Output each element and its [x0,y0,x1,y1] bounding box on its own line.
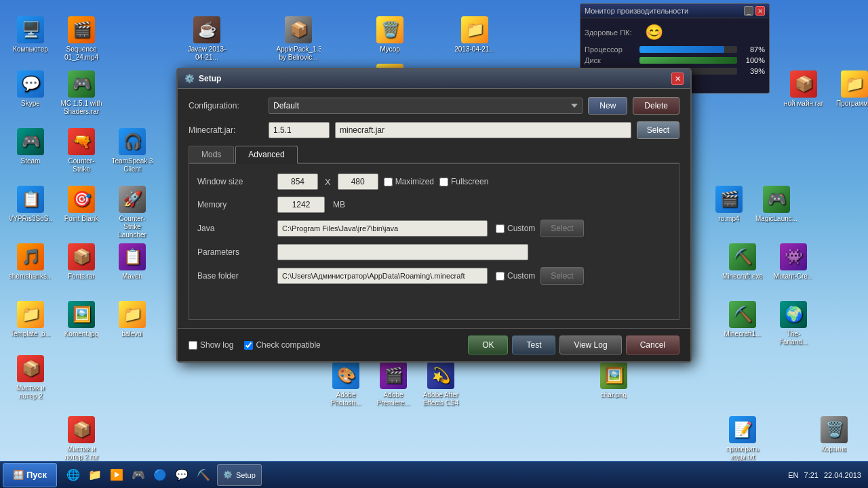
perf-cpu-fill [639,46,724,53]
base-folder-input[interactable] [277,268,488,284]
java-custom-checkbox[interactable] [496,224,505,233]
desktop-icon-cslauncher[interactable]: 🚀Counter-Strike Launcher [108,183,156,242]
base-folder-row: Base folder Custom Select [197,267,671,285]
desktop-icon-mutantcre[interactable]: 👾Mutant-Cre... [770,241,817,283]
config-select[interactable]: Default [269,98,583,114]
cslauncher-icon: 🚀 [119,186,146,213]
java-row: Java Custom Select [197,220,671,237]
template-icon: 📁 [17,301,44,328]
desktop-icon-provcheck[interactable]: 📝проверить коды.txt [719,413,766,464]
desktop-icon-mistinik[interactable]: 📦Мистик и лотер 2.rar [58,413,105,464]
desktop-icon-mycop[interactable]: 🗑️Мусор [366,14,414,56]
taskbar-skype-icon[interactable]: 💬 [172,466,191,485]
desktop-icon-mc15[interactable]: 🎮MC 1.5.1 with Shaders.rar [58,68,105,119]
java-path-input[interactable] [277,220,488,237]
desktop-icon-mistinik2[interactable]: 📦Мистик и лотер 2 [7,352,54,403]
width-input[interactable] [277,174,318,190]
desktop-icon-fonts[interactable]: 📦Fonts.rar [58,241,105,283]
teamspeak-icon: 🎧 [119,128,146,155]
desktop-icon-steam[interactable]: 🎮Steam [7,125,54,168]
viewlog-button[interactable]: View Log [559,336,621,354]
taskbar-media-icon[interactable]: ▶️ [107,466,126,485]
test-button[interactable]: Test [512,336,555,354]
desktop-icon-charpng[interactable]: 🖼️char.png [590,359,637,402]
maven-icon: 📋 [119,243,146,270]
dialog-icon: ⚙️ [184,74,195,83]
jar-version-input[interactable] [269,122,330,138]
ok-button[interactable]: OK [468,336,508,354]
desktop-icon-koment[interactable]: 🖼️Koment.jpg [58,298,105,341]
delete-button[interactable]: Delete [633,97,679,115]
perf-close-btn[interactable]: ✕ [755,6,765,16]
new-button[interactable]: New [588,97,627,115]
desktop-icon-vypris3sos[interactable]: 📋VYPRis3SoS... [7,183,54,226]
desktop-icon-programmy[interactable]: 📁Программы [831,68,868,110]
desktop-icon-minecraftexe[interactable]: ⛏️Minecraft.exe [719,241,766,283]
desktop-icon-computer[interactable]: 🖥️Компьютер [7,14,54,56]
desktop-icon-thefarland[interactable]: 🌍The-Farland... [770,298,817,349]
jar-filename-input[interactable] [335,122,631,138]
desktop-icon-adobe_ps[interactable]: 🎨Adobe Photosh... [322,359,370,410]
start-button[interactable]: 🪟 Пуск [3,463,57,487]
taskbar-open-setup[interactable]: ⚙️ Setup [217,464,262,486]
desktop-icon-minecraft1[interactable]: ⛏️Minecraft1... [719,298,766,341]
taskbar-ie-icon[interactable]: 🌐 [64,466,83,485]
sequence-label: Sequence 01_24.mp4 [60,45,102,62]
applepack-label: ApplePack_1.3 by Belrovic... [277,45,321,62]
config-label: Configuration: [189,101,263,110]
maximized-checkbox[interactable] [384,178,393,186]
tab-mods[interactable]: Mods [189,146,234,163]
taskbar-folder-icon[interactable]: 📁 [85,466,104,485]
perf-minimize-btn[interactable]: _ [744,6,753,16]
sequence-icon: 🎬 [68,16,95,43]
perf-mem-val: 39% [741,67,765,75]
balevoi-icon: 📁 [119,301,146,328]
desktop-icon-magiclaunc[interactable]: 🎮MagicLaunc... [753,183,800,226]
maximized-checkbox-group: Maximized [384,177,434,186]
desktop-icon-skype[interactable]: 💬Skype [7,68,54,110]
cstrike-label: Counter-Strike [60,157,102,174]
desktop-icon-adobe_pr[interactable]: 🎬Adobe Premiere... [370,359,417,410]
desktop-icon-korzina[interactable]: 🗑️Корзина [810,413,858,456]
perf-titlebar: Монитор производительности _ ✕ [580,4,769,18]
desktop-icon-naymaynar[interactable]: 📦ной майн.rar [780,68,827,110]
desktop-icon-applepack[interactable]: 📦ApplePack_1.3 by Belrovic... [275,14,322,64]
taskbar-minecraft-icon[interactable]: ⛏️ [194,466,213,485]
maven-label: Maven [122,272,142,281]
memory-input[interactable] [277,197,325,213]
desktop-icon-sequence[interactable]: 🎬Sequence 01_24.mp4 [58,14,105,64]
fullscreen-checkbox[interactable] [439,178,448,186]
desktop-icon-shemshanks[interactable]: 🎵shemshanks... [7,241,54,283]
base-folder-custom-group: Custom [496,271,535,281]
params-label: Parameters [197,247,272,257]
desktop-icon-balevoi[interactable]: 📁balevoi [108,298,156,341]
balevoi-label: balevoi [121,330,143,338]
taskbar-app1-icon[interactable]: 🎮 [129,466,148,485]
desktop-icon-romp4[interactable]: 🎬ro.mp4 [705,183,753,226]
adobe_ps-label: Adobe Photosh... [325,391,367,407]
taskbar-right: EN 7:21 22.04.2013 [788,471,868,479]
desktop-icon-pointblank[interactable]: 🎯Point Blank [58,183,105,226]
desktop-icon-javaw[interactable]: ☕Javaw 2013-04-21... [183,14,231,64]
desktop-icon-date2013[interactable]: 📁2013-04-21... [451,14,498,56]
mistinik2-label: Мистик и лотер 2 [9,384,52,401]
desktop-icon-adobe_ae[interactable]: 💫Adobe After Effects CS4 [417,359,465,410]
magiclaunc-icon: 🎮 [763,186,790,213]
jar-select-button[interactable]: Select [637,121,679,139]
cancel-button[interactable]: Cancel [626,336,679,354]
tab-advanced[interactable]: Advanced [235,146,297,164]
desktop-icon-teamspeak[interactable]: 🎧TeamSpeak 3 Client [108,125,156,176]
dialog-close-btn[interactable]: ✕ [671,73,684,85]
params-input[interactable] [277,244,528,260]
check-compatible-checkbox[interactable] [244,341,253,350]
show-log-group: Show log [189,340,233,350]
desktop-icon-template[interactable]: 📁Template_b... [7,298,54,341]
base-folder-custom-checkbox[interactable] [496,272,505,281]
taskbar-chrome-icon[interactable]: 🔵 [151,466,170,485]
taskbar-date: 22.04.2013 [824,471,861,479]
desktop-icon-maven[interactable]: 📋Maven [108,241,156,283]
taskbar-quick-launch: 🌐 📁 ▶️ 🎮 🔵 💬 ⛏️ [64,466,213,485]
height-input[interactable] [338,174,378,190]
show-log-checkbox[interactable] [189,341,197,350]
desktop-icon-cstrike[interactable]: 🔫Counter-Strike [58,125,105,176]
